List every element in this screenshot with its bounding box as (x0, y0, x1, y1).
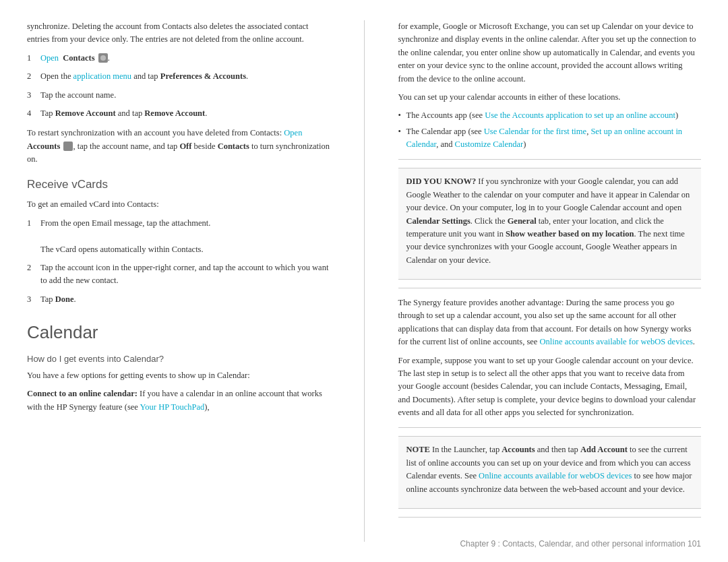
vcard-step-2: 2 Tap the account icon in the upper-righ… (27, 261, 330, 288)
remove-account-bold-2: Remove Account (144, 108, 205, 118)
open-accounts-link[interactable]: Open (284, 128, 302, 137)
step-1: 1 Open Contacts . (27, 52, 330, 65)
divider-1 (398, 159, 702, 160)
step-3-content: Tap the account name. (40, 89, 330, 102)
divider-4 (398, 517, 702, 518)
accounts-app-link[interactable]: Use the Accounts application to set up a… (485, 111, 675, 120)
accounts-icon (63, 142, 73, 151)
footer: Chapter 9 : Contacts, Calendar, and othe… (460, 539, 701, 549)
how-events-heading: How do I get events into Calendar? (27, 354, 330, 364)
contacts-icon (98, 53, 108, 63)
vcard-step-1-number: 1 (27, 217, 40, 256)
note-accounts-bold: Accounts (502, 445, 535, 454)
did-you-know-text: DID YOU KNOW? If you synchronize with yo… (406, 175, 694, 267)
right-para-1: for example, Google or Microsoft Exchang… (398, 20, 702, 86)
accounts-bold: Accounts (27, 142, 60, 151)
vcard-step-1: 1 From the open Email message, tap the a… (27, 217, 330, 256)
general-bold: General (508, 216, 537, 226)
vcard-step-2-content: Tap the account icon in the upper-right … (40, 261, 330, 288)
receive-vcards-heading: Receive vCards (27, 178, 330, 191)
column-divider (364, 20, 365, 542)
off-bold: Off (179, 142, 191, 151)
vcard-step-3: 3 Tap Done. (27, 293, 330, 306)
vcards-steps-list: 1 From the open Email message, tap the a… (27, 217, 330, 306)
step-4-content: Tap Remove Account and tap Remove Accoun… (40, 107, 330, 120)
show-weather-bold: Show weather based on my location (506, 229, 634, 239)
note-box: NOTE In the Launcher, tap Accounts and t… (398, 436, 702, 509)
footer-text: Chapter 9 : Contacts, Calendar, and othe… (460, 539, 701, 549)
step-3-number: 3 (27, 89, 40, 102)
preferences-accounts-bold: Preferences & Accounts (160, 71, 246, 81)
divider-3 (398, 427, 702, 428)
note-label: NOTE (406, 445, 430, 454)
vcard-step-2-number: 2 (27, 261, 40, 288)
vcard-step-3-content: Tap Done. (40, 293, 330, 306)
contacts-steps-list: 1 Open Contacts . 2 Open the application… (27, 52, 330, 121)
connect-online-para: Connect to an online calendar: If you ha… (27, 387, 330, 414)
receive-vcards-intro: To get an emailed vCard into Contacts: (27, 198, 330, 211)
how-events-intro: You have a few options for getting event… (27, 369, 330, 382)
calendar-locations-list: The Accounts app (see Use the Accounts a… (398, 109, 702, 151)
step-1-number: 1 (27, 52, 40, 65)
page-container: synchronize. Deleting the account from C… (0, 0, 728, 562)
touchpad-link[interactable]: Your HP TouchPad (140, 402, 205, 412)
note-text: NOTE In the Launcher, tap Accounts and t… (406, 443, 694, 496)
step-2-number: 2 (27, 70, 40, 83)
did-you-know-label: DID YOU KNOW? (406, 177, 477, 186)
synergy-para: The Synergy feature provides another adv… (398, 296, 702, 349)
contacts-bold: Contacts (63, 53, 94, 63)
step-2: 2 Open the application menu and tap Pref… (27, 70, 330, 83)
vcard-step-1-content: From the open Email message, tap the att… (40, 217, 330, 256)
did-you-know-box: DID YOU KNOW? If you synchronize with yo… (398, 168, 702, 280)
step-2-content: Open the application menu and tap Prefer… (40, 70, 330, 83)
vcard-step-3-number: 3 (27, 293, 40, 306)
note-add-account-bold: Add Account (580, 445, 628, 454)
divider-2 (398, 288, 702, 288)
left-column: synchronize. Deleting the account from C… (27, 20, 337, 542)
restart-paragraph: To restart synchronization with an accou… (27, 127, 330, 166)
use-calendar-link[interactable]: Use Calendar for the first time (484, 127, 586, 136)
note-online-accounts-link[interactable]: Online accounts available for webOS devi… (479, 471, 632, 480)
intro-paragraph: synchronize. Deleting the account from C… (27, 20, 330, 46)
bullet-item-2: The Calendar app (see Use Calendar for t… (398, 125, 702, 152)
step-4-number: 4 (27, 107, 40, 120)
remove-account-bold-1: Remove Account (55, 108, 116, 118)
done-bold: Done (55, 294, 74, 304)
calendar-settings-bold: Calendar Settings (406, 216, 471, 226)
customize-calendar-link[interactable]: Customize Calendar (455, 139, 524, 149)
synergy-link[interactable]: Online accounts available for webOS devi… (540, 337, 693, 346)
application-menu-link[interactable]: application menu (73, 71, 131, 81)
right-para-2: You can set up your calendar accounts in… (398, 91, 702, 104)
step-1-content: Open Contacts . (40, 52, 330, 65)
bullet-item-1: The Accounts app (see Use the Accounts a… (398, 109, 702, 122)
contacts-bold-2: Contacts (218, 142, 249, 151)
step-3: 3 Tap the account name. (27, 89, 330, 102)
connect-online-bold: Connect to an online calendar: (27, 389, 138, 398)
step-4: 4 Tap Remove Account and tap Remove Acco… (27, 107, 330, 120)
right-column: for example, Google or Microsoft Exchang… (392, 20, 702, 542)
google-calendar-para: For example, suppose you want to set up … (398, 354, 702, 420)
open-contacts-link[interactable]: Open (40, 53, 59, 63)
calendar-heading: Calendar (27, 322, 330, 343)
